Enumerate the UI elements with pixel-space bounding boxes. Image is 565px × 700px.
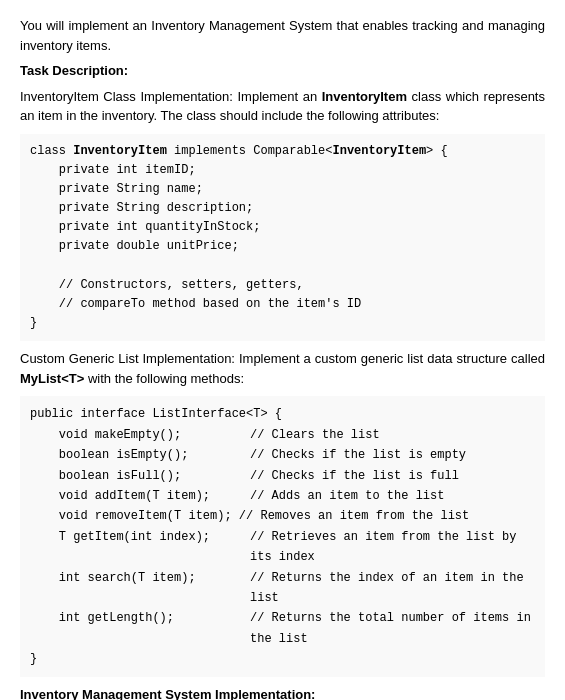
custom-list-intro: Custom Generic List Implementation: Impl… [20, 349, 545, 388]
code-classname: InventoryItem [73, 144, 167, 158]
inventory-item-classname: InventoryItem [322, 89, 407, 104]
iface-row-1: boolean isEmpty();// Checks if the list … [30, 445, 535, 465]
custom-list-text2: with the following methods: [84, 371, 244, 386]
task-section: Task Description: InventoryItem Class Im… [20, 61, 545, 700]
interface-header: public interface ListInterface<T> { [30, 404, 535, 424]
inventory-item-intro-text: InventoryItem Class Implementation: Impl… [20, 89, 322, 104]
custom-list-text1: Custom Generic List Implementation: Impl… [20, 351, 545, 366]
task-label: Task Description: [20, 61, 545, 81]
interface-block: public interface ListInterface<T> { void… [20, 396, 545, 677]
interface-close: } [30, 649, 535, 669]
iface-row-2: boolean isFull();// Checks if the list i… [30, 466, 535, 486]
iface-row-7: int getLength();// Returns the total num… [30, 608, 535, 649]
iface-row-4: void removeItem(T item); // Removes an i… [30, 506, 535, 526]
inventory-item-code: class InventoryItem implements Comparabl… [20, 134, 545, 342]
intro-text: You will implement an Inventory Manageme… [20, 16, 545, 55]
iface-row-6: int search(T item);// Returns the index … [30, 568, 535, 609]
inventory-item-intro: InventoryItem Class Implementation: Impl… [20, 87, 545, 126]
iface-row-3: void addItem(T item);// Adds an item to … [30, 486, 535, 506]
ims-label: Inventory Management System Implementati… [20, 685, 545, 700]
intro-paragraph: You will implement an Inventory Manageme… [20, 16, 545, 55]
iface-row-5: T getItem(int index);// Retrieves an ite… [30, 527, 535, 568]
custom-list-classname: MyList<T> [20, 371, 84, 386]
iface-row-0: void makeEmpty();// Clears the list [30, 425, 535, 445]
